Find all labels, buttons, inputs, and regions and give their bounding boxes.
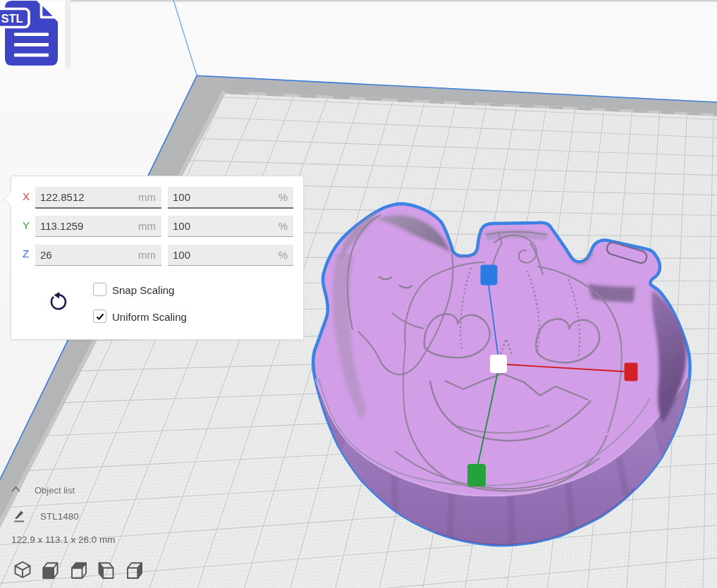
svg-text:STL: STL [1, 12, 23, 25]
